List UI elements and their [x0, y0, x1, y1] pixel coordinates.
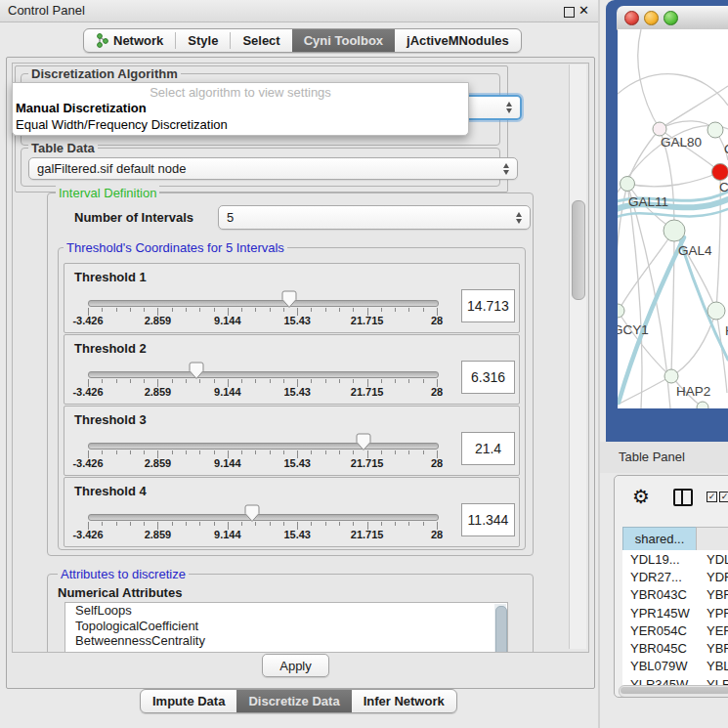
threshold-value-field[interactable]: 14.713	[461, 289, 515, 322]
restore-icon[interactable]	[564, 7, 575, 18]
table-row[interactable]: YDR27...YDR2	[622, 568, 728, 585]
tab-infer-network[interactable]: Infer Network	[352, 690, 456, 712]
main-scrollbar-thumb[interactable]	[572, 200, 585, 300]
slider-tick	[214, 522, 215, 526]
table-row[interactable]: YBR043CYBR0	[622, 586, 728, 604]
gear-icon[interactable]: ⚙	[632, 485, 650, 508]
threshold-slider-track[interactable]	[88, 443, 439, 450]
threshold-slider-track[interactable]	[88, 300, 439, 307]
threshold-value-field[interactable]: 11.344	[461, 503, 515, 536]
slider-tick	[339, 522, 340, 526]
threshold-slider-thumb[interactable]	[189, 362, 204, 380]
threshold-slider-track[interactable]	[88, 371, 439, 378]
network-node[interactable]	[664, 220, 685, 241]
dropdown-option-equal-width[interactable]: Equal Width/Frequency Discretization	[16, 117, 228, 132]
network-edge[interactable]	[627, 172, 720, 187]
network-node[interactable]	[618, 304, 624, 318]
slider-tick	[186, 308, 187, 312]
slider-tick	[255, 308, 256, 312]
column-header-shared-name[interactable]: shared...	[622, 527, 697, 551]
table-cell[interactable]: YBR0	[701, 641, 728, 656]
table-cell[interactable]: YER054C	[622, 623, 701, 638]
dropdown-placeholder: Select algorithm to view settings	[13, 85, 468, 100]
tab-cyni-toolbox[interactable]: Cyni Toolbox	[292, 29, 395, 52]
table-row[interactable]: YER054CYER0	[622, 621, 728, 639]
table-cell[interactable]: YDR2	[701, 570, 728, 584]
numerical-attributes-list[interactable]: SelfLoopsTopologicalCoefficientBetweenne…	[64, 602, 508, 653]
table-cell[interactable]: YBR0	[701, 587, 728, 602]
threshold-value-field[interactable]: 6.316	[461, 361, 515, 394]
threshold-slider-thumb[interactable]	[356, 433, 371, 451]
network-edge[interactable]	[618, 74, 728, 106]
table-cell[interactable]: YDL1	[701, 552, 728, 567]
tab-jactivemnodules[interactable]: jActiveMNodules	[395, 29, 521, 52]
attribute-list-item[interactable]: BetweennessCentrality	[65, 633, 507, 649]
combo-stepper-icon	[506, 102, 513, 113]
attribute-list-item[interactable]: TopologicalCoefficient	[65, 619, 507, 634]
table-row[interactable]: YBR045CYBR0	[622, 639, 728, 657]
slider-tick-label: 28	[431, 529, 443, 540]
tab-style[interactable]: Style	[176, 29, 230, 52]
close-icon[interactable]: ✕	[578, 3, 589, 18]
dropdown-option-manual[interactable]: Manual Discretization	[16, 101, 147, 115]
column-header-name[interactable]: na	[696, 527, 728, 551]
network-node[interactable]	[707, 122, 723, 138]
table-cell[interactable]: YBR045C	[622, 641, 701, 656]
list-scrollbar-thumb[interactable]	[495, 606, 507, 653]
network-node[interactable]	[653, 122, 666, 136]
tab-select[interactable]: Select	[231, 29, 291, 52]
table-row[interactable]: YBL079WYBL0	[622, 658, 728, 675]
minimize-traffic-light[interactable]	[644, 11, 659, 25]
network-edge[interactable]	[671, 231, 674, 376]
slider-tick	[423, 522, 424, 526]
network-edge-thick[interactable]	[618, 209, 728, 217]
network-edge[interactable]	[618, 184, 627, 311]
table-hscrollbar[interactable]	[619, 685, 728, 698]
table-row[interactable]: YPR145WYPR1	[622, 604, 728, 621]
network-node[interactable]	[664, 369, 678, 383]
checkbox-icon[interactable]: ✓	[707, 492, 717, 502]
network-node[interactable]	[707, 302, 725, 320]
list-scrollbar[interactable]	[494, 604, 506, 653]
threshold-label: Threshold 4	[74, 484, 147, 498]
slider-tick-label: 2.859	[145, 315, 172, 326]
table-data-combobox[interactable]: galFiltered.sif default node	[28, 157, 518, 180]
close-traffic-light[interactable]	[624, 11, 639, 25]
threshold-slider-track[interactable]	[88, 514, 439, 521]
table-cell[interactable]: YER0	[701, 623, 728, 638]
threshold-label: Threshold 1	[74, 270, 147, 284]
network-edge[interactable]	[627, 184, 642, 408]
slider-tick-label: 2.859	[145, 386, 172, 398]
table-cell[interactable]: YDR27...	[622, 570, 701, 584]
split-view-icon[interactable]	[673, 489, 693, 506]
threshold-slider-thumb[interactable]	[244, 504, 260, 523]
network-canvas[interactable]: GAL80GACGAL11GAL4GCY1HHAP2	[618, 29, 728, 408]
tab-network[interactable]: Network	[84, 29, 175, 52]
zoom-traffic-light[interactable]	[664, 11, 678, 25]
threshold-slider-thumb[interactable]	[281, 290, 297, 309]
threshold-value-field[interactable]: 21.4	[461, 432, 515, 465]
table-row[interactable]: YDL19...YDL1	[622, 550, 728, 568]
table-cell[interactable]: YBR043C	[622, 587, 701, 602]
network-node[interactable]	[621, 177, 635, 192]
tab-discretize-data[interactable]: Discretize Data	[236, 690, 351, 712]
network-edge[interactable]	[627, 184, 670, 408]
network-edge[interactable]	[627, 129, 660, 184]
table-cell[interactable]: YPR145W	[622, 606, 701, 621]
slider-tick	[241, 308, 242, 312]
apply-button[interactable]: Apply	[262, 654, 329, 677]
table-cell[interactable]: YDL19...	[622, 552, 701, 567]
num-intervals-combobox[interactable]: 5	[218, 205, 531, 230]
network-edge[interactable]	[620, 231, 674, 309]
table-cell[interactable]: YBL079W	[622, 659, 701, 673]
network-node[interactable]	[712, 164, 728, 181]
network-node[interactable]	[697, 402, 708, 408]
table-hscrollbar-thumb[interactable]	[621, 687, 728, 694]
checkbox-icon[interactable]: ✓	[719, 492, 728, 502]
network-edge-thick[interactable]	[680, 240, 728, 360]
table-cell[interactable]: YBL0	[701, 659, 728, 673]
main-scrollbar[interactable]	[569, 64, 586, 649]
tab-impute-data[interactable]: Impute Data	[141, 690, 236, 712]
attribute-list-item[interactable]: SelfLoops	[65, 603, 507, 619]
table-cell[interactable]: YPR1	[701, 606, 728, 621]
